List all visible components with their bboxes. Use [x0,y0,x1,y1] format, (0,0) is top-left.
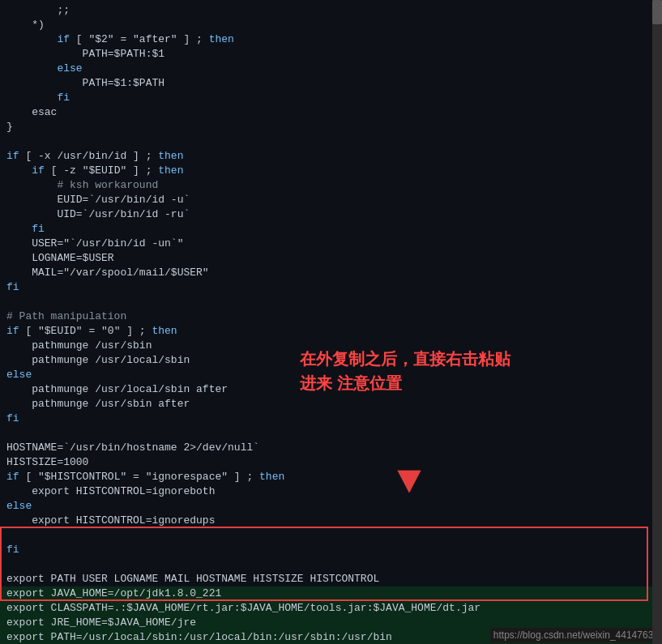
code-line [0,426,662,441]
code-line: fi [0,222,662,237]
code-line [0,557,662,572]
code-line: PATH=$1:$PATH [0,76,662,91]
code-line: if [ "$2" = "after" ] ; then [0,32,662,47]
code-line: *) [0,18,662,32]
arrow-down-icon: ▼ [397,462,421,502]
export-classpath-line: export CLASSPATH=.:$JAVA_HOME/rt.jar:$JA… [0,601,662,616]
code-line: if [ -x /usr/bin/id ] ; then [0,149,662,164]
code-line: USER="`/usr/bin/id -un`" [0,237,662,251]
code-line: HISTSIZE=1000 [0,455,662,470]
code-line: # Path manipulation [0,309,662,324]
code-line: EUID=`/usr/bin/id -u` [0,193,662,207]
annotation-line1: 在外复制之后，直接右击粘贴 [300,348,510,370]
code-line: fi [0,543,662,557]
code-line: if [ "$EUID" = "0" ] ; then [0,324,662,339]
code-line: export HISTCONTROL=ignoredups [0,514,662,528]
code-line [0,528,662,543]
code-line: export HISTCONTROL=ignoreboth [0,484,662,499]
code-line: fi [0,91,662,105]
export-java-home-line: export JAVA_HOME=/opt/jdk1.8.0_221 [0,586,662,601]
code-line: if [ -z "$EUID" ] ; then [0,164,662,178]
code-line: ;; [0,3,662,18]
code-line: } [0,120,662,134]
code-line: PATH=$PATH:$1 [0,47,662,62]
code-line: fi [0,280,662,295]
watermark: https://blog.csdn.net/weixin_44147632 [490,628,662,642]
code-line: UID=`/usr/bin/id -ru` [0,207,662,222]
code-editor: ;; *) if [ "$2" = "after" ] ; then PATH=… [0,0,662,644]
code-line: else [0,62,662,76]
code-line: else [0,499,662,514]
code-line: # ksh workaround [0,178,662,193]
code-line: if [ "$HISTCONTROL" = "ignorespace" ] ; … [0,470,662,484]
code-line: fi [0,412,662,426]
scrollbar[interactable] [652,0,662,644]
code-line: pathmunge /usr/sbin after [0,397,662,412]
code-line [0,134,662,149]
annotation-line2: 进来 注意位置 [300,373,402,395]
code-line: HOSTNAME=`/usr/bin/hostname 2>/dev/null` [0,441,662,455]
code-line [0,295,662,309]
code-line: esac [0,105,662,120]
code-line: MAIL="/var/spool/mail/$USER" [0,266,662,280]
scrollbar-thumb[interactable] [652,0,662,24]
code-line: export PATH USER LOGNAME MAIL HOSTNAME H… [0,572,662,586]
code-line: LOGNAME=$USER [0,251,662,266]
